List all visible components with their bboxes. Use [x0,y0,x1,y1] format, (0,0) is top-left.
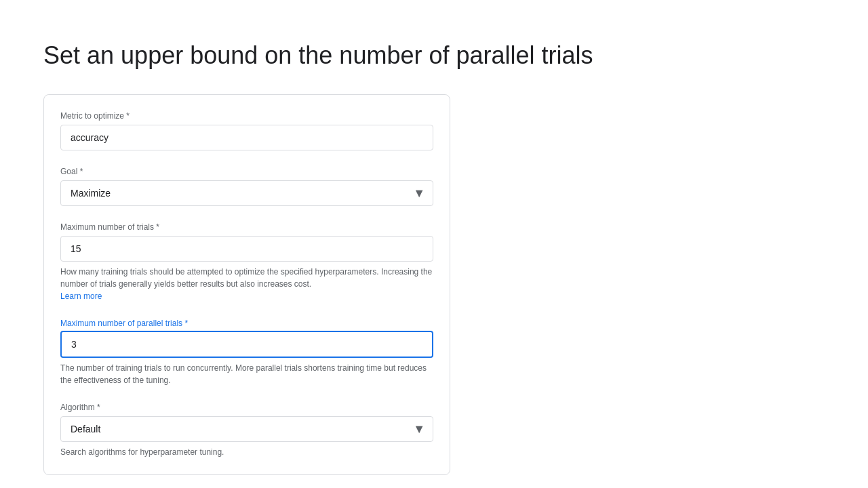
goal-group: Goal * Maximize Minimize ▼ [60,167,433,206]
algorithm-select-wrapper: Default Grid search Random search Bayesi… [60,416,433,442]
max-trials-group: Maximum number of trials * How many trai… [60,222,433,302]
parallel-trials-group: Maximum number of parallel trials * The … [60,319,433,386]
max-trials-input[interactable] [60,236,433,262]
metric-label: Metric to optimize * [60,111,433,121]
metric-input[interactable] [60,125,433,150]
algorithm-label: Algorithm * [60,403,433,412]
algorithm-helper: Search algorithms for hyperparameter tun… [60,446,433,458]
learn-more-link[interactable]: Learn more [60,291,102,301]
algorithm-group: Algorithm * Default Grid search Random s… [60,403,433,458]
parallel-input-wrapper [60,331,433,358]
parallel-trials-helper: The number of training trials to run con… [60,362,433,386]
page-title: Set an upper bound on the number of para… [43,41,825,70]
parallel-trials-label: Maximum number of parallel trials * [60,319,433,328]
goal-select-wrapper: Maximize Minimize ▼ [60,180,433,206]
goal-label: Goal * [60,167,433,176]
form-card: Metric to optimize * Goal * Maximize Min… [43,94,450,475]
parallel-trials-input[interactable] [60,331,433,358]
metric-group: Metric to optimize * [60,111,433,150]
page-container: Set an upper bound on the number of para… [0,0,868,488]
goal-select[interactable]: Maximize Minimize [60,180,433,206]
algorithm-select[interactable]: Default Grid search Random search Bayesi… [60,416,433,442]
max-trials-helper: How many training trials should be attem… [60,266,433,302]
max-trials-label: Maximum number of trials * [60,222,433,232]
